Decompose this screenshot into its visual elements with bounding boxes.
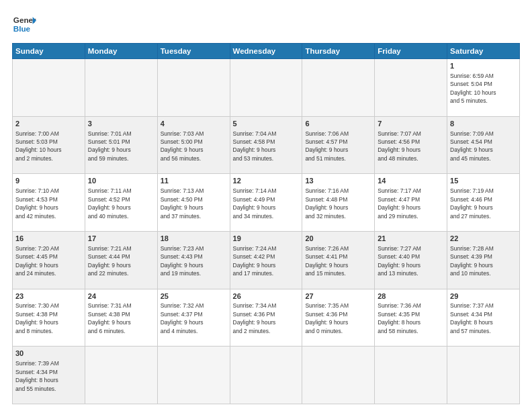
day-info: Sunrise: 7:27 AM Sunset: 4:40 PM Dayligh… (378, 245, 421, 277)
day-info: Sunrise: 7:35 AM Sunset: 4:36 PM Dayligh… (305, 302, 349, 334)
calendar-cell: 29Sunrise: 7:37 AM Sunset: 4:34 PM Dayli… (447, 289, 520, 347)
day-info: Sunrise: 7:11 AM Sunset: 4:52 PM Dayligh… (88, 187, 132, 219)
calendar-table: SundayMondayTuesdayWednesdayThursdayFrid… (12, 43, 520, 404)
weekday-header-monday: Monday (85, 44, 157, 59)
calendar-week-row: 9Sunrise: 7:10 AM Sunset: 4:53 PM Daylig… (13, 174, 520, 232)
day-number: 15 (450, 176, 517, 186)
calendar-cell: 15Sunrise: 7:19 AM Sunset: 4:46 PM Dayli… (447, 174, 520, 232)
day-number: 13 (305, 176, 371, 186)
day-info: Sunrise: 7:37 AM Sunset: 4:34 PM Dayligh… (450, 302, 494, 334)
day-info: Sunrise: 7:10 AM Sunset: 4:53 PM Dayligh… (15, 187, 59, 219)
calendar-cell (302, 347, 375, 404)
day-number: 28 (378, 291, 444, 302)
day-info: Sunrise: 7:39 AM Sunset: 4:34 PM Dayligh… (15, 360, 59, 392)
day-info: Sunrise: 7:17 AM Sunset: 4:47 PM Dayligh… (378, 187, 421, 219)
logo-icon: General Blue (12, 12, 36, 36)
page-header: General Blue (12, 12, 520, 36)
day-number: 14 (378, 176, 444, 186)
calendar-cell (13, 59, 85, 117)
day-info: Sunrise: 7:00 AM Sunset: 5:03 PM Dayligh… (15, 130, 62, 162)
day-number: 12 (233, 176, 300, 186)
calendar-cell: 16Sunrise: 7:20 AM Sunset: 4:45 PM Dayli… (13, 231, 85, 289)
calendar-cell: 6Sunrise: 7:06 AM Sunset: 4:57 PM Daylig… (302, 116, 375, 174)
day-number: 26 (233, 291, 300, 302)
calendar-cell: 30Sunrise: 7:39 AM Sunset: 4:34 PM Dayli… (13, 347, 85, 404)
calendar-cell: 12Sunrise: 7:14 AM Sunset: 4:49 PM Dayli… (230, 174, 302, 232)
day-number: 17 (88, 234, 154, 244)
calendar-cell (447, 347, 520, 404)
day-info: Sunrise: 7:30 AM Sunset: 4:38 PM Dayligh… (15, 302, 59, 334)
calendar-cell: 25Sunrise: 7:32 AM Sunset: 4:37 PM Dayli… (157, 289, 230, 347)
calendar-cell: 17Sunrise: 7:21 AM Sunset: 4:44 PM Dayli… (85, 231, 157, 289)
calendar-week-row: 23Sunrise: 7:30 AM Sunset: 4:38 PM Dayli… (13, 289, 520, 347)
calendar-header-row: SundayMondayTuesdayWednesdayThursdayFrid… (13, 44, 520, 59)
day-info: Sunrise: 6:59 AM Sunset: 5:04 PM Dayligh… (450, 73, 496, 104)
calendar-cell: 7Sunrise: 7:07 AM Sunset: 4:56 PM Daylig… (375, 116, 447, 174)
weekday-header-saturday: Saturday (447, 44, 520, 59)
calendar-cell (302, 59, 375, 117)
calendar-cell: 4Sunrise: 7:03 AM Sunset: 5:00 PM Daylig… (157, 116, 230, 174)
day-number: 2 (15, 119, 82, 129)
calendar-cell: 23Sunrise: 7:30 AM Sunset: 4:38 PM Dayli… (13, 289, 85, 347)
svg-text:Blue: Blue (13, 24, 31, 33)
day-number: 22 (450, 234, 517, 244)
calendar-cell: 9Sunrise: 7:10 AM Sunset: 4:53 PM Daylig… (13, 174, 85, 232)
calendar-cell (157, 59, 230, 117)
calendar-cell: 22Sunrise: 7:28 AM Sunset: 4:39 PM Dayli… (447, 231, 520, 289)
calendar-cell: 2Sunrise: 7:00 AM Sunset: 5:03 PM Daylig… (13, 116, 85, 174)
calendar-cell: 27Sunrise: 7:35 AM Sunset: 4:36 PM Dayli… (302, 289, 375, 347)
weekday-header-tuesday: Tuesday (157, 44, 230, 59)
day-info: Sunrise: 7:26 AM Sunset: 4:41 PM Dayligh… (305, 245, 349, 277)
day-info: Sunrise: 7:16 AM Sunset: 4:48 PM Dayligh… (305, 187, 349, 219)
calendar-cell: 28Sunrise: 7:36 AM Sunset: 4:35 PM Dayli… (375, 289, 447, 347)
day-info: Sunrise: 7:03 AM Sunset: 5:00 PM Dayligh… (161, 130, 204, 162)
day-info: Sunrise: 7:24 AM Sunset: 4:42 PM Dayligh… (233, 245, 277, 277)
calendar-cell (375, 347, 447, 404)
day-number: 7 (378, 119, 444, 129)
day-info: Sunrise: 7:19 AM Sunset: 4:46 PM Dayligh… (450, 187, 494, 219)
calendar-cell (230, 59, 302, 117)
day-info: Sunrise: 7:01 AM Sunset: 5:01 PM Dayligh… (88, 130, 132, 162)
day-info: Sunrise: 7:34 AM Sunset: 4:36 PM Dayligh… (233, 302, 277, 334)
calendar-cell (157, 347, 230, 404)
day-number: 24 (88, 291, 154, 302)
day-info: Sunrise: 7:13 AM Sunset: 4:50 PM Dayligh… (161, 187, 204, 219)
day-info: Sunrise: 7:07 AM Sunset: 4:56 PM Dayligh… (378, 130, 421, 162)
logo: General Blue (12, 12, 36, 36)
calendar-cell: 13Sunrise: 7:16 AM Sunset: 4:48 PM Dayli… (302, 174, 375, 232)
day-number: 4 (161, 119, 227, 129)
day-info: Sunrise: 7:20 AM Sunset: 4:45 PM Dayligh… (15, 245, 59, 277)
weekday-header-wednesday: Wednesday (230, 44, 302, 59)
day-info: Sunrise: 7:06 AM Sunset: 4:57 PM Dayligh… (305, 130, 349, 162)
day-number: 29 (450, 291, 517, 302)
calendar-week-row: 1Sunrise: 6:59 AM Sunset: 5:04 PM Daylig… (13, 59, 520, 117)
calendar-cell: 21Sunrise: 7:27 AM Sunset: 4:40 PM Dayli… (375, 231, 447, 289)
day-info: Sunrise: 7:14 AM Sunset: 4:49 PM Dayligh… (233, 187, 277, 219)
day-info: Sunrise: 7:28 AM Sunset: 4:39 PM Dayligh… (450, 245, 494, 277)
day-number: 3 (88, 119, 154, 129)
calendar-week-row: 2Sunrise: 7:00 AM Sunset: 5:03 PM Daylig… (13, 116, 520, 174)
day-number: 18 (161, 234, 227, 244)
calendar-cell: 1Sunrise: 6:59 AM Sunset: 5:04 PM Daylig… (447, 59, 520, 117)
day-number: 30 (15, 349, 82, 359)
calendar-cell: 26Sunrise: 7:34 AM Sunset: 4:36 PM Dayli… (230, 289, 302, 347)
day-number: 10 (88, 176, 154, 186)
day-number: 5 (233, 119, 300, 129)
calendar-cell: 5Sunrise: 7:04 AM Sunset: 4:58 PM Daylig… (230, 116, 302, 174)
day-number: 16 (15, 234, 82, 244)
calendar-cell: 24Sunrise: 7:31 AM Sunset: 4:38 PM Dayli… (85, 289, 157, 347)
day-number: 23 (15, 291, 82, 302)
day-info: Sunrise: 7:21 AM Sunset: 4:44 PM Dayligh… (88, 245, 132, 277)
day-info: Sunrise: 7:23 AM Sunset: 4:43 PM Dayligh… (161, 245, 204, 277)
calendar-cell: 20Sunrise: 7:26 AM Sunset: 4:41 PM Dayli… (302, 231, 375, 289)
day-number: 27 (305, 291, 371, 302)
day-number: 20 (305, 234, 371, 244)
day-number: 1 (450, 61, 517, 71)
calendar-cell (85, 59, 157, 117)
day-number: 6 (305, 119, 371, 129)
day-number: 19 (233, 234, 300, 244)
calendar-week-row: 30Sunrise: 7:39 AM Sunset: 4:34 PM Dayli… (13, 347, 520, 404)
day-number: 11 (161, 176, 227, 186)
day-number: 8 (450, 119, 517, 129)
calendar-cell: 8Sunrise: 7:09 AM Sunset: 4:54 PM Daylig… (447, 116, 520, 174)
